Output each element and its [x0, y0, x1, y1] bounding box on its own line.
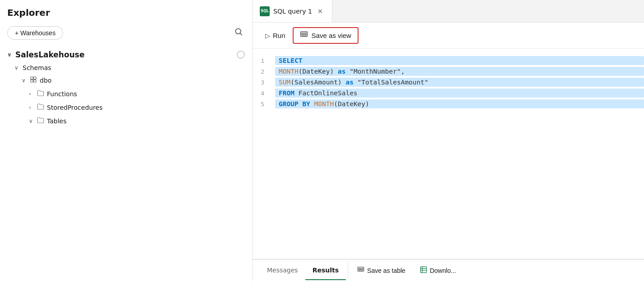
chevron-icon: ∨ [29, 118, 34, 124]
svg-rect-5 [34, 80, 36, 82]
tab-results[interactable]: Results [305, 261, 346, 280]
explorer-title: Explorer [7, 7, 50, 18]
line-number-4: 4 [253, 90, 275, 97]
tree-label-functions: Functions [47, 90, 77, 98]
chevron-icon: ∨ [14, 65, 20, 71]
status-circle [237, 51, 245, 59]
svg-rect-4 [31, 80, 33, 82]
line-content-5: GROUP BY MONTH(DateKey) [275, 99, 644, 108]
tree-label-dbo: dbo [40, 77, 51, 84]
vertical-divider [348, 262, 348, 280]
schema-icon [30, 76, 37, 85]
folder-icon [37, 89, 44, 98]
tab-label: SQL query 1 [273, 8, 312, 15]
bottom-tab-bar: Messages Results Save as table [253, 259, 644, 281]
tab-results-label: Results [313, 267, 339, 274]
line-number-3: 3 [253, 79, 275, 86]
sidebar: Explorer + Warehouses ∨ SalesLakehouse ∨… [0, 0, 253, 281]
download-button[interactable]: Downlo... [413, 262, 463, 278]
save-as-table-button[interactable]: Save as table [350, 262, 413, 278]
excel-icon [420, 266, 427, 275]
run-label: Run [273, 32, 285, 39]
code-editor[interactable]: 1 SELECT 2 MONTH(DateKey) as "MonthNumbe… [253, 49, 644, 259]
tree-label-storedprocedures: StoredProcedures [47, 104, 103, 111]
sql-file-icon: SQL [260, 6, 270, 16]
tree-item-dbo[interactable]: ∨ dbo [4, 74, 248, 87]
code-line-2: 2 MONTH(DateKey) as "MonthNumber", [253, 67, 644, 78]
line-number-5: 5 [253, 101, 275, 108]
tree-label-schemas: Schemas [23, 64, 51, 71]
code-line-1: 1 SELECT [253, 56, 644, 67]
save-as-table-label: Save as table [367, 267, 405, 274]
save-as-view-button[interactable]: Save as view [293, 27, 359, 44]
tree-label-tables: Tables [47, 117, 67, 125]
line-number-2: 2 [253, 68, 275, 75]
folder-icon [37, 117, 44, 126]
save-view-icon [300, 31, 308, 40]
svg-rect-18 [420, 267, 426, 272]
tree-item-functions[interactable]: › Functions [4, 87, 248, 101]
tab-close-button[interactable]: ✕ [316, 7, 325, 16]
line-content-3: SUM(SalesAmount) as "TotalSalesAmount" [275, 78, 644, 87]
chevron-icon: ∨ [22, 77, 27, 84]
warehouses-button[interactable]: + Warehouses [7, 26, 63, 40]
tree-section: ∨ SalesLakehouse ∨ Schemas ∨ dbo [0, 47, 252, 128]
code-line-4: 4 FROM FactOnlineSales [253, 89, 644, 99]
tree-item-schemas[interactable]: ∨ Schemas [4, 62, 248, 74]
code-line-5: 5 GROUP BY MONTH(DateKey) [253, 99, 644, 110]
sidebar-header: Explorer [0, 7, 252, 25]
folder-icon [37, 103, 44, 112]
save-table-icon [357, 266, 364, 275]
download-label: Downlo... [430, 267, 456, 274]
line-content-4: FROM FactOnlineSales [275, 89, 644, 98]
search-icon [234, 27, 243, 36]
code-line-3: 3 SUM(SalesAmount) as "TotalSalesAmount" [253, 78, 644, 89]
tab-bar: SQL SQL query 1 ✕ [253, 0, 644, 23]
tree-item-tables[interactable]: ∨ Tables [4, 114, 248, 128]
search-icon-button[interactable] [232, 25, 245, 40]
line-content-2: MONTH(DateKey) as "MonthNumber", [275, 67, 644, 76]
chevron-icon: ∨ [7, 52, 13, 58]
tree-label-saleslakehouse: SalesLakehouse [15, 50, 84, 59]
tree-item-saleslakehouse[interactable]: ∨ SalesLakehouse [4, 47, 248, 62]
save-view-label: Save as view [312, 32, 351, 39]
chevron-icon: › [29, 104, 34, 111]
svg-point-0 [235, 28, 241, 34]
run-icon: ▷ [265, 32, 270, 39]
sql-query-tab[interactable]: SQL SQL query 1 ✕ [253, 0, 332, 22]
svg-rect-2 [31, 77, 33, 79]
chevron-icon: › [29, 91, 34, 97]
main-panel: SQL SQL query 1 ✕ ▷ Run Save as view [253, 0, 644, 281]
tab-messages-label: Messages [267, 267, 298, 274]
svg-line-1 [240, 33, 242, 35]
svg-rect-3 [34, 77, 36, 79]
line-number-1: 1 [253, 57, 275, 64]
run-button[interactable]: ▷ Run [260, 29, 291, 42]
toolbar: ▷ Run Save as view [253, 23, 644, 49]
line-content-1: SELECT [275, 56, 644, 65]
tree-item-storedprocedures[interactable]: › StoredProcedures [4, 101, 248, 114]
tab-messages[interactable]: Messages [260, 261, 305, 280]
